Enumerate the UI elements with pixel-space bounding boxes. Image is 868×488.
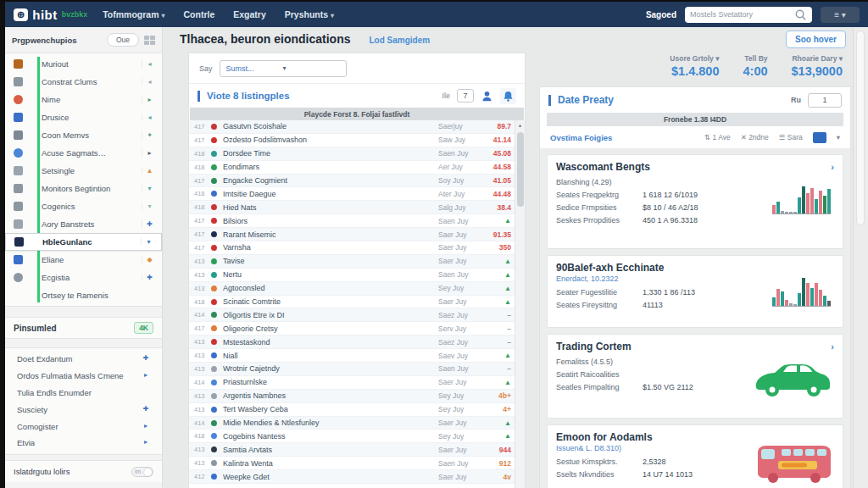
table-row[interactable]: 413 Argentis Nambnes Sey Juy 4b+: [189, 390, 525, 403]
scroll-up-arrow[interactable]: ▴: [515, 120, 525, 130]
sidebar-item[interactable]: Acuse Sagmats… ▸: [5, 144, 162, 162]
table-row[interactable]: 412 Weepke Gdet Saer Juy 4v: [189, 470, 525, 484]
row-value: Saez Juy: [438, 311, 482, 319]
ile-label[interactable]: Ile: [442, 92, 450, 100]
table-row[interactable]: 418 Eondimars Aer Juy 44.58: [189, 161, 525, 175]
status-dot: [211, 164, 217, 170]
table-row[interactable]: 418 Scinatic Comtrite Saer Juy ▲: [189, 296, 525, 309]
table-row[interactable]: 418 Cogebins Nantess Sey Juy ▲: [189, 430, 525, 443]
toolbar-2ndne[interactable]: ✕ 2ndne: [741, 133, 769, 141]
sidebar-item[interactable]: Coon Memvs ✦: [5, 126, 162, 144]
row-name: Agtoconsled: [223, 284, 438, 292]
toggle-switch[interactable]: Im: [131, 467, 153, 477]
sidebar-item[interactable]: Doet Exdantum ✚: [5, 351, 162, 368]
table-row[interactable]: 417 Oligeorie Cretsy Serv Juy –: [189, 322, 525, 336]
sidebar-item[interactable]: Etvia ▸: [5, 435, 162, 452]
table-row[interactable]: 414 Midie Mendies & Ntlesfunley Saer Juy…: [189, 417, 525, 430]
table-row[interactable]: 413 Tavise Saer Juy ▲: [189, 255, 525, 269]
sidebar-bottom-row: Islatdrgutu lolirs Im: [5, 460, 162, 482]
sidebar-item[interactable]: Drusice ◂: [5, 108, 162, 126]
status-dot: [211, 420, 217, 426]
table-scrollbar[interactable]: ▴: [515, 120, 525, 488]
nav-menu-item[interactable]: Pryshunts ▾: [285, 9, 334, 19]
sidebar-item[interactable]: Tulia Endls Enumder: [5, 385, 162, 402]
sidebar-item[interactable]: Monitors Begtintion ▾: [5, 180, 162, 197]
table-row[interactable]: 418 Hied Nats Salg Juy 38.4: [189, 201, 525, 214]
color-swatch[interactable]: [813, 132, 826, 143]
soo-hover-button[interactable]: Soo hover: [786, 30, 846, 48]
sidebar-item-label: Nime: [42, 95, 142, 104]
filter-select-value: Sumst...: [226, 64, 283, 73]
sidebar-item[interactable]: Susciety ✚: [5, 402, 162, 419]
sidebar-item[interactable]: Ortsey te Ramenis: [5, 286, 162, 304]
bell-icon[interactable]: [500, 88, 516, 104]
chevron-right-icon[interactable]: ›: [831, 162, 834, 172]
sidebar-item[interactable]: Aory Banstrets ✚: [5, 215, 162, 233]
signed-in-label[interactable]: Sagoed: [646, 10, 676, 19]
scrollbar-thumb[interactable]: [517, 132, 524, 207]
count-box[interactable]: 7: [457, 89, 474, 103]
header-link[interactable]: Lod Samgidem: [369, 36, 430, 45]
table-row[interactable]: 413 Agtoconsled Sey Juy ▲: [189, 282, 525, 296]
chevron-icon: ▸: [138, 422, 153, 430]
card-row: Seskes Prropdities450 1 A 96.3318: [556, 216, 723, 225]
card-row-value: 1 618 12 6/1019: [643, 191, 698, 199]
sidebar-pinned-row[interactable]: Pinsumled 4K: [5, 317, 162, 339]
table-row[interactable]: 413 Wrotnir Cajetndy Saen Juy –: [189, 363, 525, 376]
table-row[interactable]: 413 Tert Wasbery Ceba Sey Juy 4+: [189, 403, 525, 417]
app-logo[interactable]: ⊕ hibt bvzbkx: [14, 8, 87, 22]
sidebar-item[interactable]: Ordos Fulmatia Masls Cmene ▸: [5, 368, 162, 385]
sidebar-item[interactable]: Constrat Clums ◂: [5, 73, 162, 91]
filter-select[interactable]: Sumst... ▾: [220, 60, 347, 77]
toolbar-sara[interactable]: ☰ Sara: [779, 133, 803, 141]
sidebar-item[interactable]: Setsingle ▲: [5, 162, 162, 180]
row-change: 912: [482, 459, 511, 468]
sidebar-item-label: Comogister: [17, 422, 138, 432]
toolbar-link[interactable]: Ovstima Foigies: [550, 133, 694, 142]
table-row[interactable]: 413 Nertu Saen Juy ▲: [189, 269, 525, 282]
table-row[interactable]: 413 Niall Saev Juy ▲: [189, 349, 525, 363]
table-row[interactable]: 417 Gasutvn Scoishale Saerjuy 89.7: [189, 120, 525, 134]
global-search-input[interactable]: Mostels Svetattory: [685, 7, 812, 23]
table-row[interactable]: 417 Ozdesto Fodslitmvashon Saw Juy 41.14: [189, 134, 525, 147]
grid-view-icon[interactable]: [144, 36, 155, 45]
chevron-icon: ✚: [138, 354, 153, 362]
scrollbar-thumb[interactable]: [856, 30, 865, 225]
table-row[interactable]: 414 Priasturnlske Saer Juy ▲: [189, 376, 525, 390]
row-number: 413: [194, 392, 211, 400]
page-scrollbar[interactable]: [853, 27, 868, 488]
stat-item[interactable]: Rhoarie Dary ▾ $13,9000: [792, 54, 843, 78]
table-row[interactable]: 418 Imtsitie Daegue Ater Juy 44.48: [189, 187, 525, 201]
sidebar-item[interactable]: Cogenics ▾: [5, 197, 162, 215]
nav-menu-item[interactable]: Exgatry: [233, 9, 266, 19]
nav-menu-item[interactable]: Tofmmogram ▾: [103, 9, 164, 19]
settings-button[interactable]: ≡ ▾: [821, 7, 860, 23]
sidebar-item[interactable]: Nime ▸: [5, 91, 162, 108]
sidebar-item[interactable]: HbleGunlanc ▾: [5, 233, 162, 251]
sidebar-item[interactable]: Eliane ◆: [5, 251, 162, 269]
toolbar-ave[interactable]: ⇅ 1 Ave: [704, 133, 731, 141]
chevron-right-icon[interactable]: ›: [831, 341, 834, 352]
ru-input[interactable]: 1: [808, 93, 842, 108]
stat-item[interactable]: Tell By 4:00: [743, 54, 767, 78]
row-change: 4+: [482, 405, 511, 413]
table-row[interactable]: 417 Engacke Cogmient Soy Juy 41.05: [189, 175, 525, 188]
sidebar-item[interactable]: Ecgistia ✚: [5, 269, 162, 286]
nav-menu-item[interactable]: Contrle: [183, 9, 214, 19]
table-row[interactable]: 417 Varnsha Saer Juy 350: [189, 241, 525, 255]
sidebar-item[interactable]: Comogister ▸: [5, 419, 162, 435]
row-name: Midie Mendies & Ntlesfunley: [223, 419, 438, 427]
table-row[interactable]: 418 Dorsdee Time Saen Juy 45.08: [189, 147, 525, 161]
sidebar-item[interactable]: Muriout ◂: [5, 55, 162, 73]
table-row[interactable]: 417 Bilsiors Saen Juy ▲: [189, 214, 525, 228]
table-row[interactable]: 417 Rarant Misemic Saer Juy 91.35: [189, 228, 525, 241]
card-row-label: Femalitss (4.5.5): [556, 358, 634, 366]
sidebar-oue-button[interactable]: Oue: [107, 33, 139, 47]
user-icon[interactable]: [481, 90, 493, 103]
table-row[interactable]: 413 Mstestaskond Saez Juy –: [189, 336, 525, 349]
table-row[interactable]: 414 Oligortis Etre ix DI Saez Juy –: [189, 308, 525, 322]
chevron-down-icon[interactable]: ▾: [837, 133, 840, 141]
stat-item[interactable]: Usore Grtoly ▾ $1.4.800: [670, 54, 719, 78]
table-row[interactable]: 413 Kalintra Wenta Saen Juy 912: [189, 457, 525, 470]
table-row[interactable]: 413 Samtia Arvtats Saer Juy 944: [189, 443, 525, 457]
